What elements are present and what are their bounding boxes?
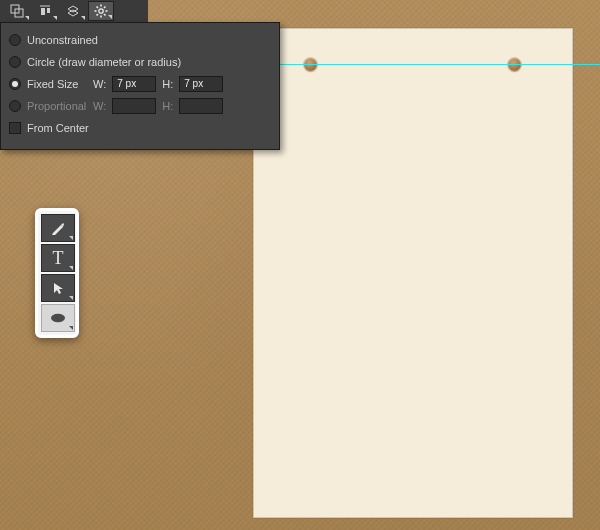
fixed-height-input[interactable]: 7 px <box>179 76 223 92</box>
svg-marker-6 <box>68 10 78 16</box>
chevron-down-icon <box>108 15 112 19</box>
prop-width-input[interactable] <box>112 98 156 114</box>
label-w-dim: W: <box>93 100 106 112</box>
svg-line-15 <box>97 14 99 16</box>
radio-circle[interactable] <box>9 56 21 68</box>
svg-line-12 <box>97 7 99 9</box>
label-h-dim: H: <box>162 100 173 112</box>
svg-rect-4 <box>47 8 50 13</box>
prop-height-input[interactable] <box>179 98 223 114</box>
option-from-center[interactable]: From Center <box>9 117 271 139</box>
chevron-down-icon <box>69 296 73 300</box>
align-icon[interactable] <box>32 1 58 21</box>
tool-palette: T <box>35 208 79 338</box>
checkbox-from-center[interactable] <box>9 122 21 134</box>
chevron-down-icon <box>53 16 57 20</box>
fixed-width-input[interactable]: 7 px <box>112 76 156 92</box>
radio-unconstrained[interactable] <box>9 34 21 46</box>
option-unconstrained[interactable]: Unconstrained <box>9 29 271 51</box>
path-select-tool[interactable] <box>41 274 75 302</box>
label-from-center: From Center <box>27 122 89 134</box>
label-h: H: <box>162 78 173 90</box>
pen-tool[interactable] <box>41 214 75 242</box>
option-proportional[interactable]: Proportional W: H: <box>9 95 271 117</box>
option-fixed-size[interactable]: Fixed Size W: 7 px H: 7 px <box>9 73 271 95</box>
option-circle[interactable]: Circle (draw diameter or radius) <box>9 51 271 73</box>
label-circle: Circle (draw diameter or radius) <box>27 56 181 68</box>
chevron-down-icon <box>25 16 29 20</box>
radio-fixed-size[interactable] <box>9 78 21 90</box>
paper-rectangle <box>253 28 573 518</box>
svg-line-13 <box>104 14 106 16</box>
label-fixed-size: Fixed Size <box>27 78 87 90</box>
chevron-down-icon <box>69 326 73 330</box>
type-tool[interactable]: T <box>41 244 75 272</box>
gear-icon[interactable] <box>88 1 114 21</box>
ellipse-tool[interactable] <box>41 304 75 332</box>
svg-point-7 <box>99 9 103 13</box>
svg-point-16 <box>51 314 65 322</box>
label-w: W: <box>93 78 106 90</box>
radio-proportional[interactable] <box>9 100 21 112</box>
options-bar <box>0 0 148 22</box>
label-unconstrained: Unconstrained <box>27 34 98 46</box>
arrange-icon[interactable] <box>60 1 86 21</box>
svg-rect-3 <box>41 8 45 15</box>
path-ops-icon[interactable] <box>4 1 30 21</box>
chevron-down-icon <box>69 266 73 270</box>
chevron-down-icon <box>69 236 73 240</box>
shape-options-panel: Unconstrained Circle (draw diameter or r… <box>0 22 280 150</box>
chevron-down-icon <box>81 16 85 20</box>
type-icon: T <box>53 249 64 267</box>
svg-line-14 <box>104 7 106 9</box>
label-proportional: Proportional <box>27 100 87 112</box>
svg-marker-5 <box>68 6 78 12</box>
